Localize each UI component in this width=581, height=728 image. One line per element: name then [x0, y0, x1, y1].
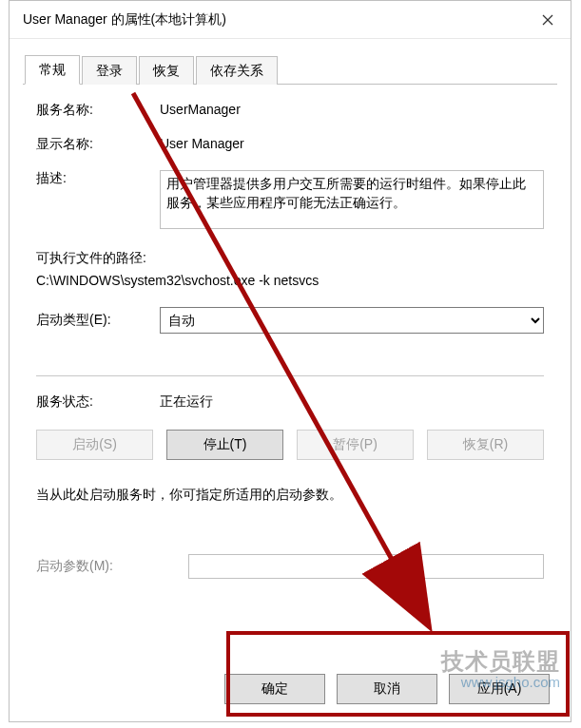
status-value: 正在运行	[160, 393, 213, 411]
startup-type-label: 启动类型(E):	[36, 312, 160, 329]
tabs: 常规 登录 恢复 依存关系	[23, 52, 557, 85]
tab-dependencies[interactable]: 依存关系	[196, 56, 278, 85]
resume-button: 恢复(R)	[427, 430, 544, 460]
close-icon	[542, 14, 553, 26]
description-textbox[interactable]: 用户管理器提供多用户交互所需要的运行时组件。如果停止此服务，某些应用程序可能无法…	[160, 170, 544, 229]
watermark-url: www.jsgho.com	[441, 675, 560, 691]
start-button: 启动(S)	[36, 430, 153, 460]
stop-button[interactable]: 停止(T)	[166, 430, 283, 460]
startup-type-select[interactable]: 自动	[160, 307, 544, 334]
tab-recovery[interactable]: 恢复	[139, 56, 194, 85]
service-properties-window: User Manager 的属性(本地计算机) 常规 登录 恢复 依存关系 服务…	[9, 0, 571, 722]
tab-general[interactable]: 常规	[25, 55, 80, 85]
window-title: User Manager 的属性(本地计算机)	[23, 11, 226, 29]
titlebar: User Manager 的属性(本地计算机)	[10, 1, 571, 39]
service-name-value: UserManager	[160, 102, 544, 117]
cancel-button[interactable]: 取消	[337, 674, 437, 704]
tab-content: 服务名称: UserManager 显示名称: User Manager 描述:…	[10, 85, 571, 590]
service-name-label: 服务名称:	[36, 102, 160, 119]
tab-logon[interactable]: 登录	[82, 56, 137, 85]
watermark-text: 技术员联盟	[441, 648, 560, 674]
display-name-label: 显示名称:	[36, 136, 160, 153]
divider	[36, 375, 544, 376]
watermark: 技术员联盟 www.jsgho.com	[441, 649, 560, 690]
ok-button[interactable]: 确定	[224, 674, 325, 704]
start-params-input	[188, 554, 544, 579]
close-button[interactable]	[525, 1, 571, 39]
pause-button: 暂停(P)	[297, 430, 414, 460]
start-params-hint: 当从此处启动服务时，你可指定所适用的启动参数。	[36, 485, 544, 505]
status-label: 服务状态:	[36, 393, 160, 411]
exec-path-value: C:\WINDOWS\system32\svchost.exe -k netsv…	[36, 273, 544, 288]
exec-path-label: 可执行文件的路径:	[36, 250, 544, 267]
description-label: 描述:	[36, 170, 160, 187]
display-name-value: User Manager	[160, 136, 544, 151]
start-params-label: 启动参数(M):	[36, 558, 188, 575]
